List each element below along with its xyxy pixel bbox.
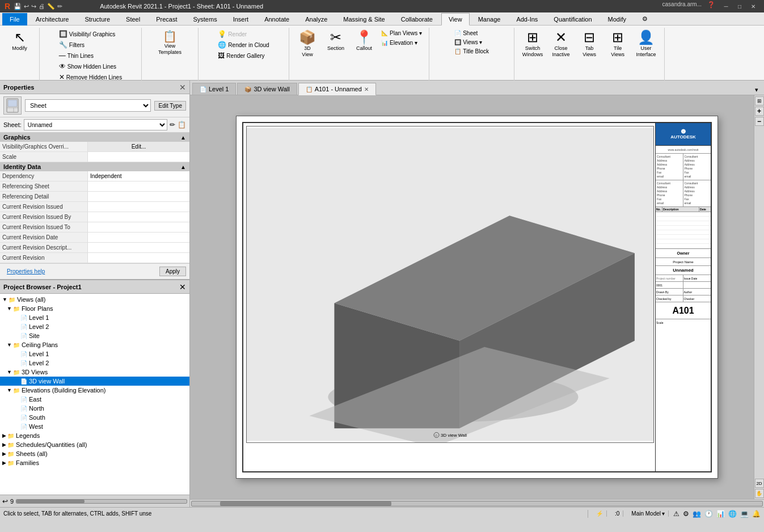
tab-insert[interactable]: Insert	[226, 13, 256, 25]
section-button[interactable]: ✂ Section	[322, 29, 349, 53]
ceiling-plans-row[interactable]: ▼ 📁 Ceiling Plans	[0, 341, 189, 349]
project-browser-close[interactable]: ✕	[179, 282, 186, 292]
south-row[interactable]: 📄 South	[0, 413, 189, 421]
tree-families[interactable]: ▶ 📁 Families	[0, 458, 189, 467]
close-inactive-button[interactable]: ✕ CloseInactive	[547, 29, 575, 60]
3d-views-row[interactable]: ▼ 📁 3D Views	[0, 368, 189, 376]
elevations-row[interactable]: ▼ 📁 Elevations (Building Elevation)	[0, 386, 189, 394]
3d-view-button[interactable]: 📦 3DView	[294, 29, 321, 60]
families-row[interactable]: ▶ 📁 Families	[0, 459, 189, 467]
sheet-name-dropdown[interactable]: Unnamed	[24, 119, 167, 130]
callout-button[interactable]: 📍 Callout	[351, 29, 378, 53]
schedules-expand[interactable]: ▶	[2, 442, 6, 447]
user-interface-button[interactable]: 👤 UserInterface	[632, 29, 660, 60]
floor-plans-row[interactable]: ▼ 📁 Floor Plans	[0, 305, 189, 313]
switch-windows-button[interactable]: ⊞ SwitchWindows	[519, 29, 546, 60]
tree-east[interactable]: 📄 East	[0, 395, 189, 404]
site-row[interactable]: 📄 Site	[0, 332, 189, 340]
tab-massing[interactable]: Massing & Site	[336, 13, 392, 25]
tab-precast[interactable]: Precast	[149, 13, 184, 25]
tab-level1[interactable]: 📄 Level 1	[192, 83, 236, 95]
zoom-out-button[interactable]: −	[755, 117, 764, 126]
elevations-expand[interactable]: ▼	[7, 387, 12, 393]
h-scrollbar-thumb[interactable]	[220, 501, 391, 506]
browser-scrollbar[interactable]	[16, 499, 187, 504]
level2-fp-row[interactable]: 📄 Level 2	[0, 323, 189, 331]
tab-steel[interactable]: Steel	[119, 13, 147, 25]
schedules-row[interactable]: ▶ 📁 Schedules/Quantities (all)	[0, 441, 189, 449]
undo-icon[interactable]: ↩	[24, 3, 29, 10]
level1-cp-row[interactable]: 📄 Level 1	[0, 350, 189, 358]
tree-north[interactable]: 📄 North	[0, 404, 189, 413]
tab-addins[interactable]: Add-Ins	[509, 13, 545, 25]
info-icon[interactable]: ❓	[707, 1, 715, 11]
horizontal-scrollbar[interactable]	[190, 499, 764, 507]
tab-3d-wall[interactable]: 📦 3D view Wall	[237, 83, 297, 95]
ref-detail-value[interactable]	[88, 192, 189, 201]
curr-rev-desc-value[interactable]	[88, 243, 189, 252]
users-icon[interactable]: 👥	[693, 510, 701, 518]
chart-icon[interactable]: 📊	[716, 510, 725, 518]
sheet-properties-icon[interactable]: 📋	[178, 121, 186, 129]
warning-icon[interactable]: ⚠	[673, 510, 679, 518]
type-dropdown[interactable]: Sheet	[25, 99, 151, 112]
monitor-icon[interactable]: 💻	[740, 510, 749, 518]
tree-level1-cp[interactable]: 📄 Level 1	[0, 349, 189, 358]
project-browser-tree[interactable]: ▼ 📁 Views (all) ▼ 📁 Floor Plans 📄	[0, 294, 189, 495]
curr-rev-issued-by-value[interactable]	[88, 212, 189, 222]
properties-close-button[interactable]: ✕	[179, 83, 186, 92]
sheets-expand[interactable]: ▶	[2, 451, 6, 457]
globe-icon[interactable]: 🌐	[728, 510, 737, 518]
3d-wall-row[interactable]: 📄 3D view Wall	[0, 377, 189, 385]
curr-rev-issued-to-value[interactable]	[88, 222, 189, 232]
visibility-graphics-button[interactable]: 🔲 Visibility/ Graphics	[57, 29, 118, 39]
viewport-3d[interactable]: ○ 3D view Wall	[246, 126, 654, 443]
tree-level2-cp[interactable]: 📄 Level 2	[0, 358, 189, 368]
curr-rev-issued-value[interactable]	[88, 202, 189, 212]
thin-lines-button[interactable]: — Thin Lines	[57, 50, 96, 61]
coord-item[interactable]: :0	[611, 510, 623, 517]
properties-help-link[interactable]: Properties help	[3, 266, 48, 277]
settings-icon[interactable]: ⚙	[683, 510, 689, 518]
tree-ceiling-plans[interactable]: ▼ 📁 Ceiling Plans	[0, 340, 189, 349]
tree-sheets[interactable]: ▶ 📁 Sheets (all)	[0, 449, 189, 458]
tab-structure[interactable]: Structure	[77, 13, 117, 25]
tree-schedules[interactable]: ▶ 📁 Schedules/Quantities (all)	[0, 440, 189, 449]
save-icon[interactable]: 💾	[14, 3, 22, 10]
title-block-button[interactable]: 📋 Title Block	[452, 47, 491, 56]
apply-button[interactable]: Apply	[159, 267, 186, 276]
families-expand[interactable]: ▶	[2, 460, 6, 466]
tree-level2-fp[interactable]: 📄 Level 2	[0, 322, 189, 331]
legends-expand[interactable]: ▶	[2, 433, 6, 438]
tree-floor-plans[interactable]: ▼ 📁 Floor Plans	[0, 304, 189, 313]
snap-icon-item[interactable]: ⚡	[593, 510, 607, 517]
render-button[interactable]: 💡 Render	[216, 29, 249, 39]
tree-3d-views[interactable]: ▼ 📁 3D Views	[0, 368, 189, 377]
edit-sheet-icon[interactable]: ✏	[170, 121, 175, 129]
tree-elevations[interactable]: ▼ 📁 Elevations (Building Elevation)	[0, 386, 189, 395]
tab-modify[interactable]: Modify	[601, 13, 634, 25]
tree-site[interactable]: 📄 Site	[0, 331, 189, 340]
views-button[interactable]: 🔲 Views ▾	[452, 38, 484, 47]
floor-plans-expand[interactable]: ▼	[7, 306, 12, 311]
bell-icon[interactable]: 🔔	[752, 510, 761, 518]
graphics-section-header[interactable]: Graphics ▲	[0, 133, 189, 142]
3d-views-expand[interactable]: ▼	[7, 369, 12, 375]
tab-analyze[interactable]: Analyze	[298, 13, 335, 25]
a101-tab-close[interactable]: ✕	[364, 86, 369, 92]
east-row[interactable]: 📄 East	[0, 395, 189, 403]
tree-views-all[interactable]: ▼ 📁 Views (all)	[0, 295, 189, 304]
tab-view[interactable]: View	[441, 13, 470, 26]
tab-file[interactable]: File	[2, 13, 27, 26]
minimize-button[interactable]: ─	[720, 1, 732, 11]
tree-south[interactable]: 📄 South	[0, 413, 189, 422]
visibility-prop-value[interactable]: Edit...	[88, 142, 189, 151]
clock-icon[interactable]: 🕐	[704, 510, 713, 518]
ceiling-plans-expand[interactable]: ▼	[7, 342, 12, 348]
curr-rev-value[interactable]	[88, 253, 189, 263]
scale-value[interactable]	[88, 152, 189, 162]
filters-button[interactable]: 🔧 Filters	[57, 40, 87, 50]
tab-architecture[interactable]: Architecture	[28, 13, 77, 25]
tab-collaborate[interactable]: Collaborate	[394, 13, 440, 25]
tab-systems[interactable]: Systems	[185, 13, 224, 25]
